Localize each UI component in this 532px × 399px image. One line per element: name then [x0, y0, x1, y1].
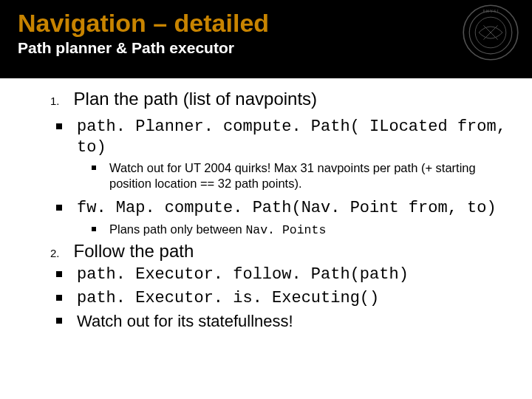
- code-text: path. Executor. follow. Path(path): [77, 265, 409, 284]
- svg-text:P H Y S I: P H Y S I: [482, 9, 498, 13]
- sub-item: path. Executor. is. Executing(): [35, 288, 520, 309]
- slide-title: Navigation – detailed: [18, 9, 514, 38]
- list-number: 2.: [50, 247, 69, 259]
- university-seal-icon: P H Y S I: [461, 3, 520, 62]
- slide-subtitle: Path planner & Path executor: [18, 39, 514, 57]
- list-item: 1. Plan the path (list of navpoints) pat…: [35, 89, 520, 238]
- code-text: path. Planner. compute. Path( ILocated f…: [77, 117, 506, 157]
- sub-item: fw. Map. compute. Path(Nav. Point from, …: [35, 198, 520, 238]
- sub-item: path. Planner. compute. Path( ILocated f…: [35, 117, 520, 191]
- slide-body: 1. Plan the path (list of navpoints) pat…: [0, 78, 532, 333]
- code-text: path. Executor. is. Executing(): [77, 289, 379, 307]
- list-number: 1.: [50, 95, 69, 107]
- code-text: fw. Map. compute. Path(Nav. Point from, …: [77, 199, 497, 217]
- note-text: Plans path only between: [109, 222, 245, 236]
- note-item: Watch out for UT 2004 quirks! Max 31 nav…: [77, 160, 520, 191]
- sub-text: Watch out for its statefullness!: [77, 312, 293, 330]
- square-bullet-icon: [56, 205, 62, 211]
- square-bullet-icon: [56, 295, 62, 301]
- square-bullet-icon: [56, 123, 62, 129]
- list-text: Plan the path (list of navpoints): [74, 89, 318, 109]
- sub-item: path. Executor. follow. Path(path): [35, 265, 520, 285]
- list-text: Follow the path: [74, 241, 194, 261]
- slide-header: Navigation – detailed Path planner & Pat…: [0, 0, 532, 78]
- note-item: Plans path only between Nav. Points: [77, 222, 520, 239]
- small-square-bullet-icon: [92, 166, 96, 170]
- note-code: Nav. Points: [245, 223, 326, 237]
- sub-item: Watch out for its statefullness!: [35, 311, 520, 333]
- square-bullet-icon: [56, 318, 62, 324]
- list-item: 2. Follow the path path. Executor. follo…: [35, 241, 520, 333]
- square-bullet-icon: [56, 271, 62, 277]
- small-square-bullet-icon: [92, 227, 96, 231]
- note-text: Watch out for UT 2004 quirks! Max 31 nav…: [109, 161, 476, 190]
